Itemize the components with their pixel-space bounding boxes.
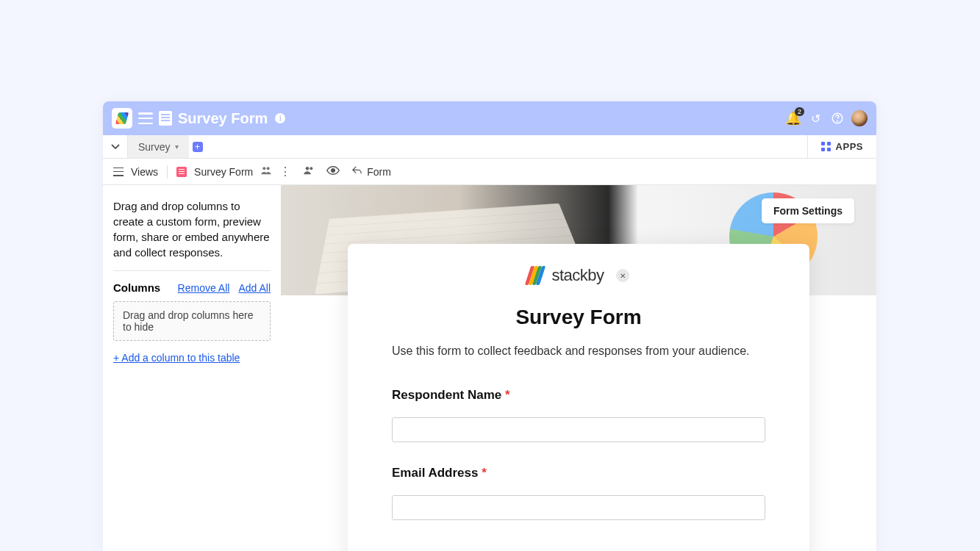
svg-point-3	[267, 167, 270, 170]
app-logo[interactable]	[112, 108, 132, 129]
page-title: Survey Form	[178, 110, 268, 127]
history-icon[interactable]: ↺	[807, 110, 823, 126]
app-window: Survey Form i 🔔 2 ↺ Survey ▾ + APPS	[103, 101, 876, 551]
view-toolbar: Views Survey Form ⋮ Form	[103, 159, 876, 185]
apps-icon	[821, 142, 831, 152]
respondent-name-input[interactable]	[392, 417, 765, 442]
more-options-icon[interactable]: ⋮	[279, 166, 291, 178]
svg-point-2	[263, 167, 266, 170]
notifications-button[interactable]: 🔔 2	[785, 110, 801, 126]
field-label: Respondent Name *	[392, 388, 765, 403]
collaborators-icon[interactable]	[260, 165, 272, 179]
columns-dropzone[interactable]: Drag and drop columns here to hide	[113, 301, 271, 341]
apps-label: APPS	[836, 141, 863, 152]
preview-icon[interactable]	[326, 165, 340, 178]
add-all-link[interactable]: Add All	[238, 282, 271, 294]
email-address-input[interactable]	[392, 495, 765, 520]
tab-bar: Survey ▾ + APPS	[103, 135, 876, 159]
form-settings-button[interactable]: Form Settings	[762, 198, 854, 223]
form-field-respondent-name[interactable]: Respondent Name *	[392, 388, 765, 442]
remove-logo-button[interactable]: ✕	[616, 269, 629, 282]
divider	[113, 270, 271, 271]
info-icon[interactable]: i	[275, 113, 285, 123]
form-brand-text: stackby	[551, 266, 604, 285]
tab-survey[interactable]: Survey ▾	[128, 135, 189, 158]
share-icon	[351, 165, 362, 179]
hamburger-icon[interactable]	[138, 112, 153, 124]
svg-point-5	[310, 167, 313, 170]
remove-all-link[interactable]: Remove All	[178, 282, 230, 294]
columns-title: Columns	[113, 281, 169, 294]
current-view-name[interactable]: Survey Form	[194, 166, 253, 178]
notification-badge: 2	[795, 107, 804, 116]
field-label: Email Address *	[392, 466, 765, 480]
form-mode-indicator[interactable]: Form	[351, 165, 391, 179]
views-menu-icon[interactable]	[113, 168, 124, 176]
svg-point-4	[306, 167, 310, 170]
main-layout: Drag and drop columns to create a custom…	[103, 185, 876, 551]
form-title[interactable]: Survey Form	[392, 306, 765, 329]
required-indicator: *	[482, 466, 487, 480]
chevron-down-icon: ▾	[175, 143, 179, 151]
form-builder-sidebar: Drag and drop columns to create a custom…	[103, 185, 281, 551]
columns-header: Columns Remove All Add All	[113, 281, 271, 294]
sidebar-help-text: Drag and drop columns to create a custom…	[113, 198, 271, 260]
form-description[interactable]: Use this form to collect feedback and re…	[392, 342, 765, 360]
form-card: stackby ✕ Survey Form Use this form to c…	[348, 244, 809, 551]
stackby-logo-icon	[528, 266, 544, 285]
share-users-icon[interactable]	[303, 165, 315, 179]
svg-point-1	[837, 120, 838, 121]
user-avatar[interactable]	[851, 110, 868, 126]
tab-collapse-toggle[interactable]	[103, 135, 128, 158]
document-icon	[159, 111, 172, 126]
form-field-email-address[interactable]: Email Address *	[392, 466, 765, 520]
form-brand-row: stackby ✕	[392, 266, 765, 285]
separator	[167, 165, 168, 179]
form-canvas: Form Settings stackby ✕ Survey Form Use …	[281, 185, 876, 551]
top-header: Survey Form i 🔔 2 ↺	[103, 101, 876, 135]
tab-label: Survey	[138, 141, 171, 153]
apps-button[interactable]: APPS	[807, 135, 876, 158]
add-tab-wrap: +	[189, 135, 207, 158]
required-indicator: *	[505, 388, 510, 402]
svg-point-6	[332, 169, 335, 173]
form-view-icon	[176, 167, 187, 177]
add-tab-button[interactable]: +	[193, 142, 203, 152]
form-mode-label: Form	[367, 166, 391, 178]
add-column-link[interactable]: + Add a column to this table	[113, 352, 240, 364]
help-icon[interactable]	[829, 110, 845, 126]
views-label[interactable]: Views	[131, 166, 158, 178]
